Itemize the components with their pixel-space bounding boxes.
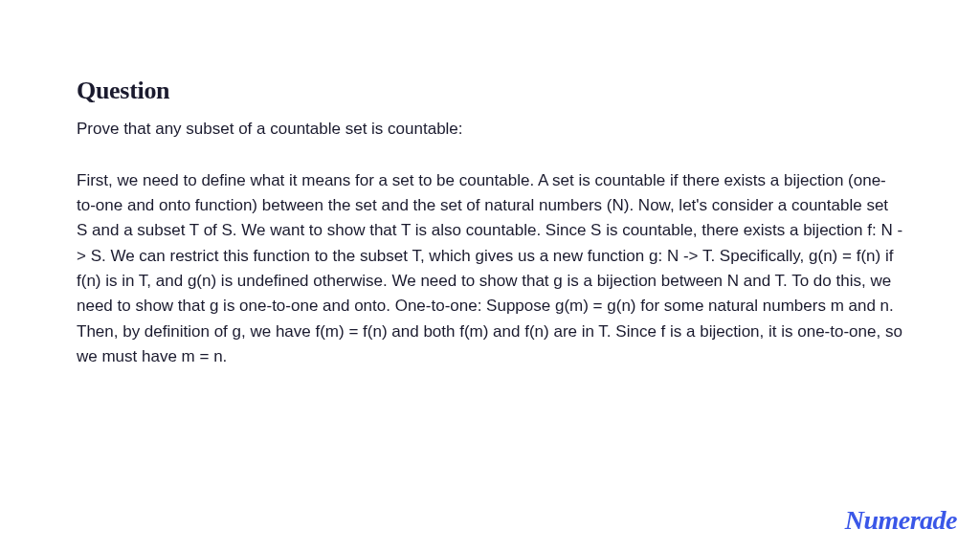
question-prompt: Prove that any subset of a countable set… (77, 117, 903, 142)
question-heading: Question (77, 77, 903, 105)
answer-body: First, we need to define what it means f… (77, 168, 903, 370)
brand-logo: Numerade (845, 505, 957, 536)
document-content: Question Prove that any subset of a coun… (0, 0, 980, 369)
